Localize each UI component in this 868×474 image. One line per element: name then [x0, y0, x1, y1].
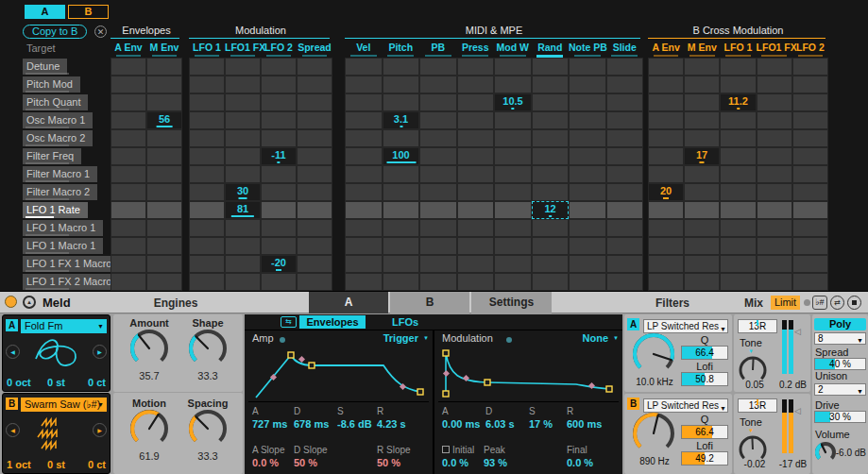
- env-param-final[interactable]: Final0.0 %: [567, 445, 593, 468]
- matrix-cell[interactable]: [606, 76, 643, 93]
- matrix-cell-value[interactable]: 20: [648, 183, 684, 201]
- matrix-cell[interactable]: [648, 237, 684, 255]
- matrix-cell[interactable]: [457, 237, 494, 255]
- matrix-cell[interactable]: [532, 93, 569, 111]
- matrix-cell[interactable]: [494, 129, 532, 147]
- mix-a-pan-field[interactable]: 13R: [738, 319, 777, 333]
- matrix-cell[interactable]: [297, 165, 332, 183]
- filter-b-type-selector[interactable]: LP Switched Res▼: [643, 398, 728, 413]
- env-param-value[interactable]: 17 %: [529, 418, 553, 430]
- matrix-cell[interactable]: [494, 201, 532, 219]
- matrix-cell[interactable]: [146, 147, 182, 165]
- matrix-cell[interactable]: [261, 237, 297, 255]
- matrix-cell[interactable]: [569, 183, 606, 201]
- matrix-cell[interactable]: [146, 165, 182, 183]
- matrix-cell[interactable]: [720, 165, 757, 183]
- matrix-cell[interactable]: [569, 219, 606, 237]
- matrix-cell[interactable]: [494, 111, 532, 129]
- matrix-cell[interactable]: [345, 129, 383, 147]
- matrix-cell[interactable]: [419, 183, 457, 201]
- matrix-cell[interactable]: [569, 255, 606, 273]
- matrix-cell[interactable]: [261, 183, 297, 201]
- hot-swap-icon[interactable]: ⇄: [830, 296, 844, 310]
- matrix-cell[interactable]: [189, 273, 225, 291]
- env-param-value[interactable]: 0.0 %: [567, 457, 593, 468]
- matrix-cell[interactable]: [792, 93, 828, 111]
- matrix-cell[interactable]: [792, 147, 828, 165]
- matrix-cell[interactable]: [146, 201, 182, 219]
- amp-trigger-mode[interactable]: Trigger: [383, 332, 418, 344]
- filter-b-freq-knob[interactable]: [632, 412, 675, 459]
- column-header-a-env[interactable]: A Env: [648, 42, 684, 54]
- env-param-d[interactable]: D6.03 s: [485, 406, 515, 430]
- matrix-cell[interactable]: [648, 111, 684, 129]
- matrix-cell[interactable]: [189, 183, 225, 201]
- row-label-detune[interactable]: Detune: [23, 59, 67, 75]
- matrix-cell[interactable]: [189, 201, 225, 219]
- tab-settings[interactable]: Settings: [471, 292, 552, 313]
- matrix-cell[interactable]: [792, 76, 828, 93]
- matrix-cell[interactable]: [648, 165, 684, 183]
- matrix-cell[interactable]: [757, 273, 792, 291]
- matrix-cell[interactable]: [297, 237, 332, 255]
- env-param-a[interactable]: A727 ms: [252, 406, 287, 430]
- matrix-cell[interactable]: [261, 201, 297, 219]
- matrix-cell[interactable]: [494, 273, 532, 291]
- matrix-cell[interactable]: [457, 76, 494, 93]
- matrix-cell[interactable]: [720, 237, 757, 255]
- env-param-d[interactable]: D678 ms: [294, 406, 329, 430]
- matrix-cell[interactable]: [457, 273, 494, 291]
- filter-a-freq-knob[interactable]: [632, 332, 675, 380]
- matrix-cell[interactable]: [345, 183, 383, 201]
- matrix-cell[interactable]: [383, 58, 419, 76]
- matrix-cell[interactable]: [189, 219, 225, 237]
- matrix-cell[interactable]: [684, 201, 720, 219]
- env-param-value[interactable]: 0.0 %: [442, 457, 474, 468]
- matrix-cell[interactable]: [383, 273, 419, 291]
- matrix-cell[interactable]: [648, 201, 684, 219]
- row-label-osc-macro-2[interactable]: Osc Macro 2: [23, 130, 93, 146]
- engine-a-prev-button[interactable]: ◀: [6, 345, 20, 359]
- matrix-cell[interactable]: [383, 165, 419, 183]
- column-header-press[interactable]: Press: [457, 42, 495, 54]
- matrix-cell[interactable]: [532, 219, 569, 237]
- matrix-cell[interactable]: [225, 219, 261, 237]
- matrix-cell[interactable]: [457, 201, 494, 219]
- column-header-m-env[interactable]: M Env: [684, 42, 720, 54]
- matrix-cell[interactable]: [225, 129, 261, 147]
- matrix-cell[interactable]: [606, 237, 643, 255]
- filter-a-type-selector[interactable]: LP Switched Res▼: [643, 319, 728, 333]
- matrix-cell[interactable]: [457, 165, 494, 183]
- matrix-cell[interactable]: [111, 147, 146, 165]
- drive-field[interactable]: 30 %: [814, 411, 866, 423]
- matrix-cell[interactable]: [111, 183, 146, 201]
- link-envelopes-icon[interactable]: ⇆: [281, 316, 297, 328]
- matrix-cell-value[interactable]: 81: [225, 201, 261, 219]
- matrix-cell-value[interactable]: 30: [225, 183, 261, 201]
- matrix-cell[interactable]: [345, 76, 383, 93]
- row-label-lfo-1-macro-1[interactable]: LFO 1 Macro 1: [23, 220, 103, 236]
- matrix-cell[interactable]: [297, 273, 332, 291]
- matrix-cell[interactable]: [720, 58, 757, 76]
- matrix-cell[interactable]: [383, 201, 419, 219]
- filter-b-lofi-field[interactable]: 49.2: [681, 451, 728, 466]
- env-param-value[interactable]: 50 %: [377, 457, 411, 468]
- matrix-cell[interactable]: [225, 255, 261, 273]
- matrix-cell[interactable]: [261, 76, 297, 93]
- matrix-cell[interactable]: [225, 58, 261, 76]
- matrix-cell[interactable]: [383, 183, 419, 201]
- matrix-cell[interactable]: [457, 255, 494, 273]
- env-param-r[interactable]: R4.23 s: [377, 406, 406, 430]
- matrix-cell[interactable]: [757, 129, 792, 147]
- modulation-envelope-graph[interactable]: [438, 347, 619, 402]
- matrix-cell[interactable]: [189, 93, 225, 111]
- matrix-cell-value[interactable]: -20: [261, 255, 297, 273]
- matrix-cell[interactable]: [419, 76, 457, 93]
- matrix-cell[interactable]: [261, 93, 297, 111]
- matrix-cell[interactable]: [146, 58, 182, 76]
- matrix-cell[interactable]: [261, 58, 297, 76]
- device-activator-toggle[interactable]: [5, 296, 17, 308]
- matrix-cell[interactable]: [569, 58, 606, 76]
- limit-toggle[interactable]: Limit: [771, 296, 800, 310]
- env-param-r-slope[interactable]: R Slope50 %: [377, 445, 411, 468]
